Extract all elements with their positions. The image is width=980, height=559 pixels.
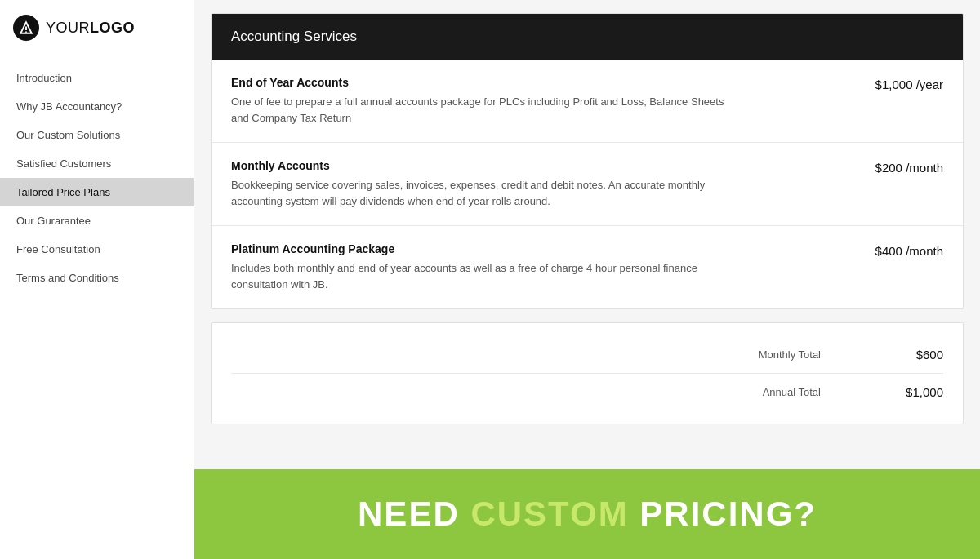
service-price: $400 /month <box>875 242 943 258</box>
sidebar-navigation: IntroductionWhy JB Accountancy?Our Custo… <box>0 55 194 292</box>
service-info: End of Year Accounts One of fee to prepa… <box>231 76 737 126</box>
logo-icon <box>13 15 39 41</box>
service-row: End of Year Accounts One of fee to prepa… <box>212 60 963 143</box>
content-area: Accounting Services End of Year Accounts… <box>194 0 980 469</box>
service-row: Monthly Accounts Bookkeeping service cov… <box>212 143 963 226</box>
sidebar-item-our-gurarantee[interactable]: Our Gurarantee <box>0 206 194 235</box>
sidebar-item-terms-and-conditions[interactable]: Terms and Conditions <box>0 264 194 292</box>
service-price: $1,000 /year <box>875 76 943 91</box>
services-header: Accounting Services <box>212 14 963 60</box>
services-card: Accounting Services End of Year Accounts… <box>211 13 964 309</box>
total-value: $1,000 <box>886 385 943 399</box>
service-desc: Includes both monthly and end of year ac… <box>231 260 737 292</box>
service-row: Platinum Accounting Package Includes bot… <box>212 226 963 308</box>
sidebar-item-introduction[interactable]: Introduction <box>0 64 194 92</box>
logo-text: YOURLOGO <box>46 20 135 37</box>
service-name: Platinum Accounting Package <box>231 242 737 255</box>
sidebar-item-our-custom-solutions[interactable]: Our Custom Solutions <box>0 121 194 149</box>
total-label: Annual Total <box>763 386 821 398</box>
sidebar-item-tailored-price-plans[interactable]: Tailored Price Plans <box>0 178 194 206</box>
total-label: Monthly Total <box>759 348 821 361</box>
total-value: $600 <box>886 348 943 362</box>
sidebar-item-free-consultation[interactable]: Free Consultation <box>0 235 194 264</box>
sidebar: YOURLOGO IntroductionWhy JB Accountancy?… <box>0 0 194 559</box>
total-row: Monthly Total $600 <box>231 339 943 374</box>
service-info: Platinum Accounting Package Includes bot… <box>231 242 737 292</box>
sidebar-item-satisfied-customers[interactable]: Satisfied Customers <box>0 149 194 178</box>
logo-area: YOURLOGO <box>0 0 194 55</box>
service-price: $200 /month <box>875 159 943 175</box>
sidebar-item-why-jb-accountancy?[interactable]: Why JB Accountancy? <box>0 92 194 121</box>
service-info: Monthly Accounts Bookkeeping service cov… <box>231 159 737 209</box>
service-desc: One of fee to prepare a full annual acco… <box>231 94 737 126</box>
main-content: Accounting Services End of Year Accounts… <box>194 0 980 559</box>
green-footer: NEED CUSTOM PRICING? <box>194 469 980 559</box>
service-name: Monthly Accounts <box>231 159 737 172</box>
cta-text: NEED CUSTOM PRICING? <box>358 495 817 534</box>
total-row: Annual Total $1,000 <box>231 377 943 407</box>
totals-card: Monthly Total $600 Annual Total $1,000 <box>211 322 964 424</box>
service-name: End of Year Accounts <box>231 76 737 89</box>
service-desc: Bookkeeping service covering sales, invo… <box>231 177 737 209</box>
svg-point-2 <box>25 31 27 33</box>
